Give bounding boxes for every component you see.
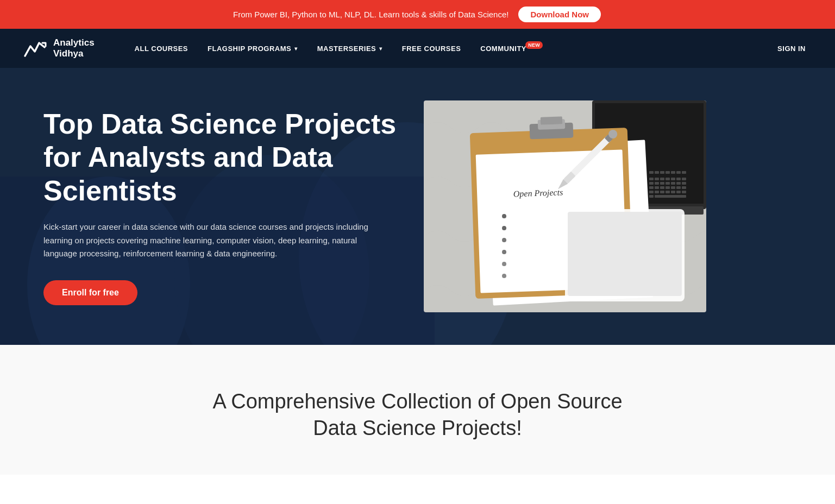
svg-rect-58 [666, 178, 670, 180]
svg-rect-60 [676, 178, 681, 180]
nav-links: ALL COURSES FLAGSHIP PROGRAMS ▾ MASTERSE… [127, 40, 770, 57]
nav-item-flagship-programs[interactable]: FLAGSHIP PROGRAMS ▾ [200, 40, 305, 57]
svg-rect-44 [649, 178, 654, 180]
svg-rect-69 [660, 186, 664, 189]
svg-rect-75 [660, 191, 664, 193]
below-hero-section: A Comprehensive Collection of Open Sourc… [0, 345, 835, 475]
svg-rect-67 [682, 182, 686, 185]
svg-rect-94 [541, 116, 562, 124]
svg-rect-54 [676, 171, 681, 174]
top-banner: From Power BI, Python to ML, NLP, DL. Le… [0, 0, 835, 29]
nav-item-masterseries[interactable]: MASTERSERIES ▾ [310, 40, 390, 57]
svg-rect-73 [682, 186, 686, 189]
svg-rect-74 [655, 191, 659, 193]
svg-rect-66 [676, 182, 681, 185]
svg-rect-65 [671, 182, 675, 185]
svg-rect-46 [649, 186, 654, 189]
hero-description: Kick-start your career in data science w… [43, 220, 391, 261]
community-new-badge: NEW [525, 41, 543, 49]
svg-rect-53 [671, 171, 675, 174]
svg-rect-64 [666, 182, 670, 185]
svg-rect-52 [666, 171, 670, 174]
svg-rect-62 [655, 182, 659, 185]
svg-rect-70 [666, 186, 670, 189]
masterseries-chevron-icon: ▾ [379, 46, 382, 52]
svg-rect-59 [671, 178, 675, 180]
logo[interactable]: Analytics Vidhya [22, 35, 95, 61]
svg-rect-47 [649, 191, 654, 193]
svg-rect-50 [655, 171, 659, 174]
svg-rect-72 [676, 186, 681, 189]
svg-rect-56 [655, 178, 659, 180]
svg-rect-63 [660, 182, 664, 185]
svg-rect-55 [682, 171, 686, 174]
svg-rect-79 [682, 191, 686, 193]
hero-image-container: Open Projects [424, 100, 706, 312]
svg-rect-108 [568, 212, 682, 296]
svg-rect-49 [649, 171, 654, 174]
banner-text: From Power BI, Python to ML, NLP, DL. Le… [233, 10, 508, 19]
svg-rect-68 [655, 186, 659, 189]
download-now-button[interactable]: Download Now [517, 5, 602, 23]
enroll-button[interactable]: Enroll for free [43, 280, 137, 305]
hero-content: Top Data Science Projects for Analysts a… [43, 108, 424, 305]
nav-item-all-courses[interactable]: ALL COURSES [127, 40, 196, 57]
logo-text: Analytics Vidhya [53, 37, 95, 60]
svg-rect-76 [666, 191, 670, 193]
hero-section: Top Data Science Projects for Analysts a… [0, 68, 835, 345]
svg-rect-80 [655, 195, 686, 198]
svg-rect-78 [676, 191, 681, 193]
svg-rect-57 [660, 178, 664, 180]
flagship-chevron-icon: ▾ [294, 46, 298, 52]
clipboard-illustration: Open Projects [424, 100, 706, 312]
hero-title: Top Data Science Projects for Analysts a… [43, 108, 402, 207]
svg-rect-48 [649, 195, 654, 198]
svg-rect-77 [671, 191, 675, 193]
svg-rect-71 [671, 186, 675, 189]
navbar: Analytics Vidhya ALL COURSES FLAGSHIP PR… [0, 29, 835, 68]
logo-icon [22, 35, 48, 61]
nav-item-free-courses[interactable]: FREE COURSES [394, 40, 469, 57]
below-hero-title: A Comprehensive Collection of Open Sourc… [200, 388, 635, 442]
nav-item-community[interactable]: COMMUNITY NEW [473, 40, 542, 57]
svg-rect-51 [660, 171, 664, 174]
svg-rect-61 [682, 178, 686, 180]
svg-rect-45 [649, 182, 654, 185]
sign-in-link[interactable]: SIGN IN [770, 40, 813, 57]
